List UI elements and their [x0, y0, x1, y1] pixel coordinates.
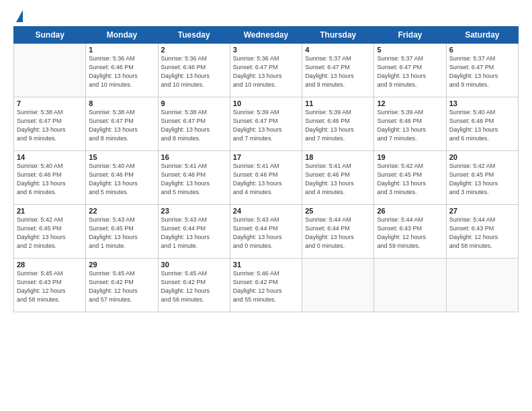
day-info: Sunrise: 5:42 AM Sunset: 6:45 PM Dayligh…	[377, 162, 443, 197]
week-row-1: 1Sunrise: 5:36 AM Sunset: 6:46 PM Daylig…	[14, 44, 519, 97]
day-info: Sunrise: 5:45 AM Sunset: 6:42 PM Dayligh…	[161, 269, 227, 304]
calendar-cell: 18Sunrise: 5:41 AM Sunset: 6:46 PM Dayli…	[302, 151, 374, 205]
calendar-cell: 12Sunrise: 5:39 AM Sunset: 6:46 PM Dayli…	[374, 97, 446, 151]
calendar-cell	[446, 259, 518, 312]
day-info: Sunrise: 5:43 AM Sunset: 6:44 PM Dayligh…	[161, 216, 227, 250]
day-number: 6	[449, 46, 515, 54]
header	[13, 12, 519, 21]
calendar-cell: 21Sunrise: 5:42 AM Sunset: 6:45 PM Dayli…	[14, 205, 86, 259]
day-header-saturday: Saturday	[446, 27, 518, 44]
day-header-friday: Friday	[374, 27, 446, 44]
day-number: 20	[449, 153, 515, 161]
day-number: 13	[449, 99, 515, 107]
logo	[13, 12, 23, 21]
week-row-3: 14Sunrise: 5:40 AM Sunset: 6:46 PM Dayli…	[14, 151, 519, 205]
calendar-cell: 4Sunrise: 5:37 AM Sunset: 6:47 PM Daylig…	[302, 44, 374, 97]
day-info: Sunrise: 5:39 AM Sunset: 6:46 PM Dayligh…	[305, 108, 371, 143]
day-number: 23	[161, 207, 227, 215]
day-number: 11	[305, 99, 371, 107]
calendar-cell	[374, 259, 446, 312]
day-info: Sunrise: 5:41 AM Sunset: 6:46 PM Dayligh…	[233, 162, 299, 197]
day-number: 18	[305, 153, 371, 161]
calendar-cell: 10Sunrise: 5:39 AM Sunset: 6:47 PM Dayli…	[230, 97, 302, 151]
day-number: 12	[377, 99, 443, 107]
day-number: 21	[17, 207, 83, 215]
calendar-cell: 20Sunrise: 5:42 AM Sunset: 6:45 PM Dayli…	[446, 151, 518, 205]
day-info: Sunrise: 5:38 AM Sunset: 6:47 PM Dayligh…	[17, 108, 83, 143]
day-number: 31	[233, 261, 299, 269]
day-info: Sunrise: 5:38 AM Sunset: 6:47 PM Dayligh…	[89, 108, 154, 143]
day-header-wednesday: Wednesday	[230, 27, 302, 44]
day-info: Sunrise: 5:45 AM Sunset: 6:42 PM Dayligh…	[89, 269, 154, 304]
day-info: Sunrise: 5:46 AM Sunset: 6:42 PM Dayligh…	[233, 269, 299, 304]
day-header-thursday: Thursday	[302, 27, 374, 44]
day-number: 28	[17, 261, 83, 269]
day-number: 9	[161, 99, 227, 107]
calendar-cell: 28Sunrise: 5:45 AM Sunset: 6:43 PM Dayli…	[14, 259, 86, 312]
calendar-cell: 9Sunrise: 5:38 AM Sunset: 6:47 PM Daylig…	[158, 97, 230, 151]
calendar-cell: 5Sunrise: 5:37 AM Sunset: 6:47 PM Daylig…	[374, 44, 446, 97]
logo-arrow-icon	[16, 10, 23, 22]
day-number: 27	[449, 207, 515, 215]
calendar-cell	[302, 259, 374, 312]
calendar-cell: 15Sunrise: 5:40 AM Sunset: 6:46 PM Dayli…	[86, 151, 158, 205]
day-number: 15	[89, 153, 154, 161]
week-row-2: 7Sunrise: 5:38 AM Sunset: 6:47 PM Daylig…	[14, 97, 519, 151]
calendar-cell: 8Sunrise: 5:38 AM Sunset: 6:47 PM Daylig…	[86, 97, 158, 151]
day-number: 14	[17, 153, 83, 161]
day-info: Sunrise: 5:43 AM Sunset: 6:44 PM Dayligh…	[233, 216, 299, 250]
day-info: Sunrise: 5:36 AM Sunset: 6:46 PM Dayligh…	[161, 54, 227, 89]
day-number: 17	[233, 153, 299, 161]
day-info: Sunrise: 5:38 AM Sunset: 6:47 PM Dayligh…	[161, 108, 227, 143]
day-info: Sunrise: 5:42 AM Sunset: 6:45 PM Dayligh…	[449, 162, 515, 197]
day-number: 16	[161, 153, 227, 161]
day-info: Sunrise: 5:44 AM Sunset: 6:44 PM Dayligh…	[305, 216, 371, 250]
calendar-cell: 17Sunrise: 5:41 AM Sunset: 6:46 PM Dayli…	[230, 151, 302, 205]
day-info: Sunrise: 5:45 AM Sunset: 6:43 PM Dayligh…	[17, 269, 83, 304]
calendar-cell: 30Sunrise: 5:45 AM Sunset: 6:42 PM Dayli…	[158, 259, 230, 312]
day-header-tuesday: Tuesday	[158, 27, 230, 44]
calendar-body: 1Sunrise: 5:36 AM Sunset: 6:46 PM Daylig…	[14, 44, 519, 312]
day-number: 7	[17, 99, 83, 107]
day-info: Sunrise: 5:41 AM Sunset: 6:46 PM Dayligh…	[305, 162, 371, 197]
day-header-sunday: Sunday	[14, 27, 86, 44]
day-number: 25	[305, 207, 371, 215]
day-number: 10	[233, 99, 299, 107]
week-row-5: 28Sunrise: 5:45 AM Sunset: 6:43 PM Dayli…	[14, 259, 519, 312]
calendar-header: SundayMondayTuesdayWednesdayThursdayFrid…	[14, 27, 519, 44]
day-info: Sunrise: 5:37 AM Sunset: 6:47 PM Dayligh…	[377, 54, 443, 89]
calendar-cell: 11Sunrise: 5:39 AM Sunset: 6:46 PM Dayli…	[302, 97, 374, 151]
day-number: 5	[377, 46, 443, 54]
day-number: 29	[89, 261, 154, 269]
calendar-cell: 6Sunrise: 5:37 AM Sunset: 6:47 PM Daylig…	[446, 44, 518, 97]
day-number: 8	[89, 99, 154, 107]
day-number: 19	[377, 153, 443, 161]
calendar-cell: 7Sunrise: 5:38 AM Sunset: 6:47 PM Daylig…	[14, 97, 86, 151]
calendar-cell: 27Sunrise: 5:44 AM Sunset: 6:43 PM Dayli…	[446, 205, 518, 259]
calendar-cell: 14Sunrise: 5:40 AM Sunset: 6:46 PM Dayli…	[14, 151, 86, 205]
day-number: 22	[89, 207, 154, 215]
calendar-table: SundayMondayTuesdayWednesdayThursdayFrid…	[13, 26, 519, 312]
day-info: Sunrise: 5:39 AM Sunset: 6:46 PM Dayligh…	[377, 108, 443, 143]
day-header-monday: Monday	[86, 27, 158, 44]
day-info: Sunrise: 5:37 AM Sunset: 6:47 PM Dayligh…	[305, 54, 371, 89]
calendar-cell: 19Sunrise: 5:42 AM Sunset: 6:45 PM Dayli…	[374, 151, 446, 205]
calendar-cell: 24Sunrise: 5:43 AM Sunset: 6:44 PM Dayli…	[230, 205, 302, 259]
calendar-cell: 16Sunrise: 5:41 AM Sunset: 6:46 PM Dayli…	[158, 151, 230, 205]
day-info: Sunrise: 5:40 AM Sunset: 6:46 PM Dayligh…	[17, 162, 83, 197]
calendar-cell: 2Sunrise: 5:36 AM Sunset: 6:46 PM Daylig…	[158, 44, 230, 97]
calendar-cell: 31Sunrise: 5:46 AM Sunset: 6:42 PM Dayli…	[230, 259, 302, 312]
day-info: Sunrise: 5:37 AM Sunset: 6:47 PM Dayligh…	[449, 54, 515, 89]
day-number: 1	[89, 46, 154, 54]
calendar-cell: 23Sunrise: 5:43 AM Sunset: 6:44 PM Dayli…	[158, 205, 230, 259]
calendar-cell: 25Sunrise: 5:44 AM Sunset: 6:44 PM Dayli…	[302, 205, 374, 259]
day-info: Sunrise: 5:42 AM Sunset: 6:45 PM Dayligh…	[17, 216, 83, 250]
calendar-cell	[14, 44, 86, 97]
header-row: SundayMondayTuesdayWednesdayThursdayFrid…	[14, 27, 519, 44]
day-number: 30	[161, 261, 227, 269]
day-info: Sunrise: 5:40 AM Sunset: 6:46 PM Dayligh…	[449, 108, 515, 143]
day-info: Sunrise: 5:39 AM Sunset: 6:47 PM Dayligh…	[233, 108, 299, 143]
day-info: Sunrise: 5:36 AM Sunset: 6:47 PM Dayligh…	[233, 54, 299, 89]
calendar-cell: 3Sunrise: 5:36 AM Sunset: 6:47 PM Daylig…	[230, 44, 302, 97]
day-number: 24	[233, 207, 299, 215]
